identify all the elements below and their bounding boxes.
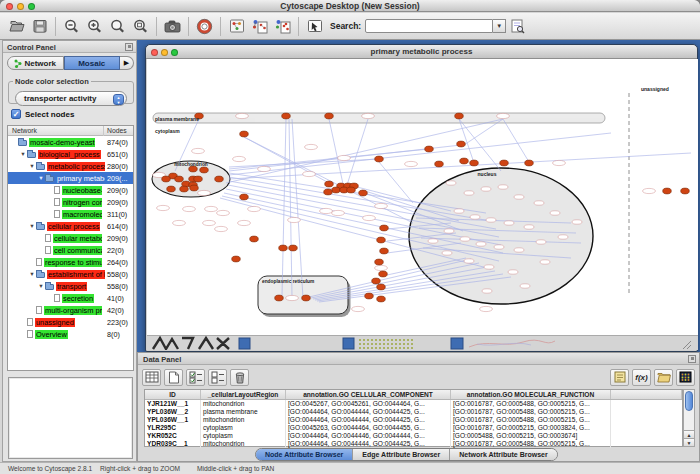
tree-row-primary-metabo[interactable]: ▼primary metabo209(... [8, 172, 133, 184]
zoom-fit-button[interactable] [129, 15, 152, 38]
expand-arrow-icon[interactable]: ▼ [37, 175, 45, 181]
column-header[interactable]: annotation.GO CELLULAR_COMPONENT [286, 390, 451, 399]
column-header[interactable]: annotation.GO MOLECULAR_FUNCTION [451, 390, 611, 399]
tree-row-label: response to stimul [44, 258, 102, 267]
tree-row-unassigned[interactable]: unassigned223(0) [8, 316, 133, 328]
tree-row-label: unassigned [35, 318, 75, 327]
tree-row-cell-communicat[interactable]: cell communicat22(0) [8, 244, 133, 256]
advanced-search-button[interactable] [506, 15, 529, 38]
tree-row-nitrogen-compo[interactable]: nitrogen compo209(0) [8, 196, 133, 208]
matrix-button[interactable] [676, 369, 695, 386]
table-cell: [GO:0044464, GO:0044444, GO:0044425, G..… [286, 440, 451, 448]
node-color-dropdown[interactable]: transporter activity ▲▼ [15, 91, 127, 106]
view-minimize-button[interactable] [161, 49, 168, 56]
tree-row-secretion[interactable]: secretion41(0) [8, 292, 133, 304]
tree-row-multi-organism-pro[interactable]: multi-organism pro42(0) [8, 304, 133, 316]
select-mode-icon [306, 18, 324, 34]
close-button[interactable] [6, 3, 13, 10]
minimize-button[interactable] [17, 3, 24, 10]
tab-overflow-button[interactable]: ▶ [120, 56, 134, 70]
tree-row-overview[interactable]: Overview8(0) [8, 328, 133, 340]
save-button[interactable] [28, 15, 51, 38]
tab-network[interactable]: Network [7, 56, 64, 70]
help-button[interactable] [193, 15, 216, 38]
open-button[interactable] [5, 15, 28, 38]
import-attributes-button[interactable] [654, 369, 673, 386]
control-panel: Control Panel Network Mosaic ▶ Node colo… [2, 40, 137, 462]
select-nodes-checkbox[interactable]: ✓ [11, 109, 21, 119]
tree-row-establishment-of-lo[interactable]: ▼establishment of lo558(0) [8, 268, 133, 280]
tree-row-transport[interactable]: ▼transport558(0) [8, 280, 133, 292]
expand-arrow-icon[interactable]: ▼ [28, 163, 36, 169]
table-row[interactable]: YJR121W__1mitochondrion[GO:0045267, GO:0… [145, 400, 682, 408]
select-mode-button[interactable] [303, 15, 326, 38]
tab-mosaic[interactable]: Mosaic [64, 56, 121, 70]
tree-row-metabolic-process[interactable]: ▼metabolic process280(0) [8, 160, 133, 172]
column-header[interactable]: _cellularLayoutRegion [201, 390, 286, 399]
network-view-window[interactable]: primary metabolic process plasma membran… [145, 44, 698, 352]
file-icon [36, 306, 42, 314]
search-dropdown-button[interactable]: ▼ [493, 19, 506, 33]
scroll-down-button[interactable]: ▼ [684, 438, 694, 446]
view-close-button[interactable] [151, 49, 158, 56]
zoom-selected-button[interactable] [106, 15, 129, 38]
delete-attribute-button[interactable] [230, 369, 249, 386]
tab-network-attribute-browser[interactable]: Network Attribute Browser [450, 449, 556, 460]
unselect-attributes-button[interactable] [208, 369, 227, 386]
float-panel-icon[interactable] [125, 43, 133, 51]
table-row[interactable]: YLR295Ccytoplasm[GO:0045263, GO:0044464,… [145, 424, 682, 432]
birds-eye-view[interactable] [8, 377, 133, 459]
tree-row-label: cellular metabo [53, 234, 102, 243]
table-cell: mitochondrion [201, 400, 286, 408]
tree-row-macromolecule[interactable]: macromolecule311(0) [8, 208, 133, 220]
tree-row-mosaic-demo-yeast[interactable]: mosaic-demo-yeast874(0) [8, 136, 133, 148]
tree-header[interactable]: Network Nodes [8, 126, 133, 136]
expand-arrow-icon[interactable]: ▼ [28, 271, 36, 277]
expand-arrow-icon[interactable]: ▼ [28, 223, 36, 229]
float-panel-icon[interactable] [688, 355, 696, 363]
view-zoom-button[interactable] [171, 49, 178, 56]
function-builder-button[interactable]: f(x) [632, 369, 651, 386]
attribute-select-button[interactable] [142, 369, 161, 386]
tree-row-response-to-stimul[interactable]: response to stimul264(0) [8, 256, 133, 268]
select-attributes-button[interactable] [186, 369, 205, 386]
attribute-table-header[interactable]: ID_cellularLayoutRegionannotation.GO CEL… [145, 390, 682, 400]
table-scrollbar[interactable]: ▲ ▼ [683, 389, 695, 447]
attribute-table[interactable]: ID_cellularLayoutRegionannotation.GO CEL… [144, 389, 683, 447]
table-row[interactable]: YDR039C__1mitochondrion[GO:0044464, GO:0… [145, 440, 682, 448]
table-cell: [GO:0016787, GO:0005488, GO:0005215, G..… [451, 440, 611, 448]
tree-row-nucleobase-[interactable]: nucleobase-209(0) [8, 184, 133, 196]
table-row[interactable]: YPL036W__1mitochondrion[GO:0044464, GO:0… [145, 416, 682, 424]
tree-row-label: establishment of lo [47, 270, 105, 279]
node-count: 22(0) [107, 246, 124, 255]
table-row[interactable]: YKR052Ccytoplasm[GO:0044464, GO:0044446,… [145, 432, 682, 440]
expand-arrow-icon[interactable]: ▼ [19, 151, 27, 157]
format-button[interactable] [610, 369, 629, 386]
window-titlebar[interactable]: Cytoscape Desktop (New Session) [0, 0, 700, 12]
network-manager-button[interactable] [225, 15, 248, 38]
expand-arrow-icon[interactable]: ▼ [37, 283, 45, 289]
tree-row-biological-process[interactable]: ▼biological_process651(0) [8, 148, 133, 160]
copy-style-button[interactable] [248, 15, 271, 38]
paste-style-button[interactable] [271, 15, 294, 38]
tab-node-attribute-browser[interactable]: Node Attribute Browser [256, 449, 353, 460]
new-attribute-button[interactable] [164, 369, 183, 386]
open-icon [8, 18, 26, 34]
search-input[interactable] [365, 19, 493, 33]
network-view-title: primary metabolic process [146, 45, 697, 59]
tree-row-cellular-process[interactable]: ▼cellular process614(0) [8, 220, 133, 232]
snapshot-button[interactable] [161, 15, 184, 38]
network-view-titlebar[interactable]: primary metabolic process [146, 45, 697, 59]
zoom-in-button[interactable] [83, 15, 106, 38]
tree-row-cellular-metabo[interactable]: cellular metabo209(0) [8, 232, 133, 244]
zoom-window-button[interactable] [28, 3, 35, 10]
zoom-out-button[interactable] [60, 15, 83, 38]
table-row[interactable]: YPL036W__2plasma membrane[GO:0044464, GO… [145, 408, 682, 416]
column-header[interactable]: ID [145, 390, 201, 399]
tab-edge-attribute-browser[interactable]: Edge Attribute Browser [353, 449, 450, 460]
network-graph[interactable]: plasma membranecytoplasmmitochondrionnuc… [147, 59, 698, 335]
scrollbar-thumb[interactable] [685, 391, 693, 411]
network-canvas[interactable]: plasma membranecytoplasmmitochondrionnuc… [147, 59, 698, 335]
table-cell: [GO:0045267, GO:0045261, GO:0044464, G..… [286, 400, 451, 408]
scroll-up-button[interactable]: ▲ [684, 430, 694, 438]
